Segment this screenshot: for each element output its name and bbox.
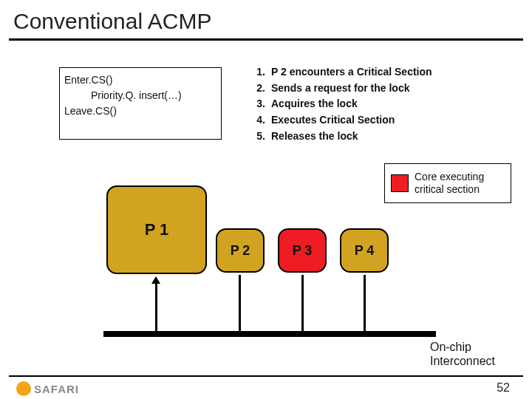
bus-stem bbox=[155, 281, 157, 334]
arrow-up-icon bbox=[151, 276, 160, 284]
logo-text: SAFARI bbox=[34, 383, 79, 395]
safari-logo: SAFARI bbox=[16, 381, 79, 396]
step-number: 4. bbox=[255, 112, 271, 129]
bus-stem bbox=[239, 275, 241, 334]
footer-divider bbox=[9, 375, 523, 377]
step-text: Sends a request for the lock bbox=[271, 81, 410, 97]
page-number: 52 bbox=[497, 381, 510, 395]
step-text: P 2 encounters a Critical Section bbox=[271, 64, 432, 81]
bus-stem bbox=[301, 275, 304, 334]
code-line-2: Priority.Q. insert(…) bbox=[64, 88, 216, 103]
step-text: Releases the lock bbox=[271, 129, 358, 145]
processor-diagram: P 1 P 2 P 3 P 4 bbox=[44, 159, 458, 340]
processor-p3: P 3 bbox=[278, 228, 327, 273]
code-box: Enter.CS() Priority.Q. insert(…) Leave.C… bbox=[59, 67, 222, 140]
step-number: 3. bbox=[255, 96, 271, 112]
step-text: Acquires the lock bbox=[271, 96, 358, 112]
slide-title: Conventional ACMP bbox=[0, 0, 532, 38]
step-number: 1. bbox=[255, 64, 271, 81]
steps-list: 1. P 2 encounters a Critical Section 2. … bbox=[255, 64, 432, 144]
step-1: 1. P 2 encounters a Critical Section bbox=[255, 64, 432, 81]
slide-content: Enter.CS() Priority.Q. insert(…) Leave.C… bbox=[0, 41, 532, 399]
processor-p4: P 4 bbox=[340, 228, 389, 273]
code-line-1: Enter.CS() bbox=[64, 72, 216, 88]
step-2: 2. Sends a request for the lock bbox=[255, 81, 432, 97]
interconnect-line2: Interconnect bbox=[430, 354, 495, 368]
step-number: 2. bbox=[255, 81, 271, 97]
code-line-3: Leave.CS() bbox=[64, 103, 216, 119]
step-5: 5. Releases the lock bbox=[255, 129, 432, 145]
bus-stem bbox=[364, 275, 366, 334]
step-text: Executes Critical Section bbox=[271, 112, 395, 129]
sun-icon bbox=[16, 381, 31, 396]
interconnect-line1: On-chip bbox=[430, 340, 495, 354]
step-3: 3. Acquires the lock bbox=[255, 96, 432, 112]
processor-p2: P 2 bbox=[216, 228, 265, 273]
step-number: 5. bbox=[255, 129, 271, 145]
processor-p1: P 1 bbox=[106, 185, 207, 274]
interconnect-bus bbox=[103, 331, 436, 337]
step-4: 4. Executes Critical Section bbox=[255, 112, 432, 129]
interconnect-label: On-chip Interconnect bbox=[430, 340, 495, 368]
